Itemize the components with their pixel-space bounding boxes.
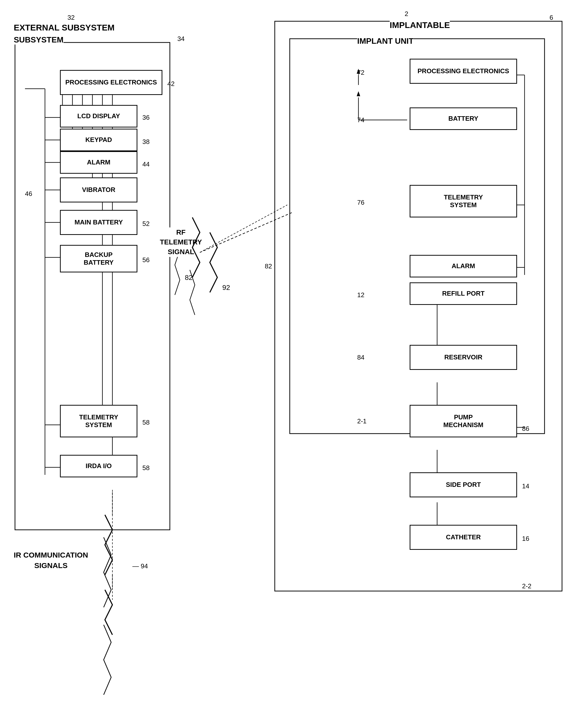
ref-58: 58: [142, 464, 149, 472]
ref-2: 2: [405, 10, 408, 18]
ref-32: 32: [67, 14, 75, 22]
ref-56: 58: [142, 418, 149, 426]
vibrator: VIBRATOR: [60, 178, 137, 202]
svg-line-61: [200, 212, 292, 252]
ref-34: 34: [177, 35, 185, 43]
irda-io: IRDA I/O: [60, 455, 137, 477]
ref-46: 46: [25, 190, 32, 198]
ref-44: 44: [142, 160, 149, 168]
external-subsystem-label: EXTERNAL SUBSYSTEM: [14, 22, 115, 33]
catheter: CATHETER: [410, 525, 517, 550]
telemetry-system-ext: TELEMETRYSYSTEM: [60, 405, 137, 437]
backup-battery: BACKUPBATTERY: [60, 245, 137, 272]
ref-54: 56: [142, 256, 149, 264]
lcd-display: LCD DISPLAY: [60, 105, 137, 128]
ref-84: 84: [357, 354, 365, 361]
pump-mechanism: PUMPMECHANISM: [410, 405, 517, 437]
ref-14: 14: [522, 482, 529, 490]
ref-12: 12: [357, 291, 365, 299]
ref-74: 74: [357, 116, 365, 124]
main-battery: MAIN BATTERY: [60, 210, 137, 235]
battery-imp: BATTERY: [410, 108, 517, 130]
ref-6: 6: [549, 14, 553, 22]
ref-38: 38: [142, 138, 149, 146]
processing-electronics-ext: PROCESSING ELECTRONICS: [60, 70, 162, 95]
subsystem-label: SUBSYSTEM: [14, 35, 64, 44]
implant-unit-label: IMPLANT UNIT: [357, 36, 414, 46]
svg-text:92: 92: [222, 283, 230, 291]
ir-lightning-svg: [88, 492, 150, 642]
svg-text:82: 82: [185, 274, 193, 281]
processing-electronics-imp: PROCESSING ELECTRONICS: [410, 59, 517, 84]
implantable-label: IMPLANTABLE: [390, 20, 450, 30]
ref-76: 76: [357, 199, 365, 206]
ref-2-2: 2-2: [522, 582, 532, 590]
side-port: SIDE PORT: [410, 472, 517, 497]
diagram: 32 EXTERNAL SUBSYSTEM SUBSYSTEM 34 PROCE…: [0, 0, 587, 728]
svg-marker-45: [357, 91, 360, 96]
refill-port: REFILL PORT: [410, 282, 517, 305]
keypad: KEYPAD: [60, 129, 137, 151]
ref-2-1: 2-1: [357, 417, 367, 425]
ir-communication-label: IR COMMUNICATIONSIGNALS: [14, 550, 88, 571]
svg-rect-1: [275, 21, 562, 591]
ref-86: 86: [522, 425, 529, 433]
svg-rect-2: [290, 39, 544, 434]
alarm-imp: ALARM: [410, 255, 517, 277]
rf-lightning-svg: 82 92: [172, 212, 297, 312]
ref-72: 72: [357, 69, 365, 76]
telemetry-system-imp: TELEMETRYSYSTEM: [410, 185, 517, 218]
ref-52: 52: [142, 220, 149, 228]
alarm-ext: ALARM: [60, 151, 137, 174]
reservoir: RESERVOIR: [410, 345, 517, 370]
ref-36: 36: [142, 114, 149, 121]
ref-42: 42: [167, 80, 174, 88]
ref-16: 16: [522, 535, 529, 543]
